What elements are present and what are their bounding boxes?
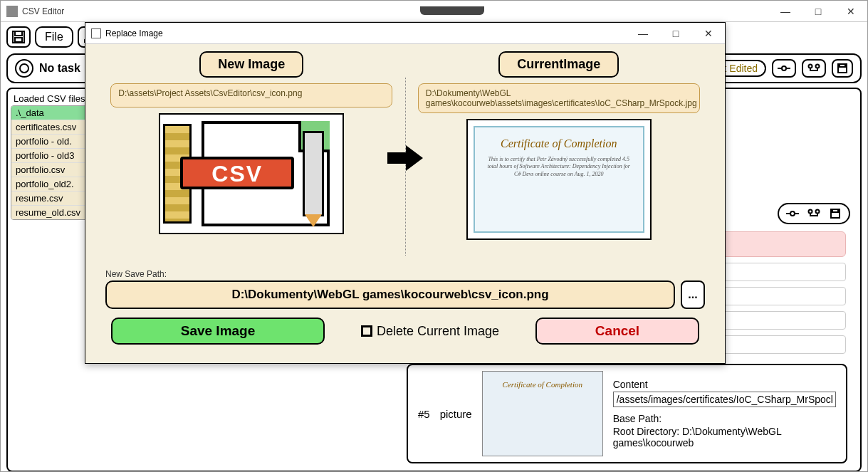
svg-point-13: [809, 210, 812, 214]
certificate-image: Certificate of Completion This is to cer…: [474, 126, 644, 233]
row-detail-panel: #5 picture Content Base Path: Root Direc…: [407, 364, 847, 463]
close-button[interactable]: ✕: [835, 1, 867, 22]
svg-point-3: [782, 66, 786, 70]
dialog-body: New Image D:\assets\Project Assets\CsvEd…: [85, 44, 725, 363]
image-thumbnail[interactable]: [482, 371, 603, 456]
current-image-button[interactable]: CurrentImage: [498, 51, 619, 78]
svg-rect-2: [15, 38, 22, 42]
new-image-column: New Image D:\assets\Project Assets\CsvEd…: [98, 51, 405, 265]
dialog-title: Replace Image: [105, 28, 163, 38]
row-index: #5: [418, 408, 430, 420]
new-image-preview: CSV: [159, 113, 344, 234]
svg-rect-1: [15, 31, 22, 36]
dialog-minimize-button[interactable]: —: [627, 23, 659, 44]
root-directory-text: Root Directory: D:\Dokumenty\WebGL games…: [613, 426, 836, 449]
maximize-button[interactable]: □: [802, 1, 835, 22]
arrow-right-icon: [387, 144, 423, 172]
branch-icon: [807, 63, 820, 73]
branch-icon-small[interactable]: [806, 207, 822, 220]
csv-tag-text: CSV: [180, 157, 294, 189]
current-image-column: CurrentImage D:\Dokumenty\WebGL games\ko…: [406, 51, 713, 265]
dialog-titlebar: Replace Image — □ ✕: [85, 23, 725, 44]
checkbox-icon: [361, 325, 372, 337]
svg-point-10: [790, 211, 795, 216]
new-save-path-field[interactable]: D:\Dokumenty\WebGL games\kocourweb\csv_i…: [105, 280, 675, 309]
cert-body-text: This is to certify that Petr Závodný suc…: [486, 156, 632, 178]
svg-rect-9: [840, 64, 845, 67]
dialog-icon: [91, 28, 101, 38]
save-small-button[interactable]: [832, 59, 853, 78]
save-small-icon: [837, 63, 847, 73]
app-icon: [6, 6, 18, 17]
new-image-button[interactable]: New Image: [199, 51, 303, 78]
window-title: CSV Editor: [22, 6, 64, 16]
detail-fields: Content Base Path: Root Directory: D:\Do…: [613, 377, 836, 450]
main-titlebar: CSV Editor — □ ✕: [1, 1, 867, 22]
camera-notch: [420, 6, 484, 15]
save-icon: [12, 31, 25, 43]
app-window: CSV Editor — □ ✕ File No task Not Edited…: [0, 0, 868, 472]
delete-current-checkbox[interactable]: Delete Current Image: [338, 324, 523, 339]
replace-image-dialog: Replace Image — □ ✕ New Image D:\assets\…: [85, 22, 726, 364]
csv-file-icon: CSV: [166, 117, 337, 231]
pull-icon-button[interactable]: [802, 59, 826, 78]
delete-current-label: Delete Current Image: [377, 324, 499, 339]
browse-button[interactable]: ...: [681, 280, 705, 309]
svg-rect-16: [832, 209, 838, 212]
dialog-maximize-button[interactable]: □: [659, 23, 692, 44]
svg-point-14: [816, 210, 820, 214]
save-icon-small[interactable]: [827, 207, 843, 220]
current-image-preview: Certificate of Completion This is to cer…: [466, 119, 652, 240]
content-input[interactable]: [613, 392, 836, 407]
content-label: Content: [613, 379, 836, 390]
new-save-path-label: New Save Path:: [105, 269, 711, 279]
file-menu-label: File: [45, 31, 63, 43]
current-image-path: D:\Dokumenty\WebGL games\kocourweb\asset…: [418, 83, 700, 113]
commit-icon-button[interactable]: [772, 59, 796, 78]
new-image-path: D:\assets\Project Assets\CsvEditor\csv_i…: [110, 83, 392, 107]
minimize-button[interactable]: —: [769, 1, 802, 22]
gear-icon[interactable]: [15, 59, 33, 78]
dialog-close-button[interactable]: ✕: [692, 23, 725, 44]
row-action-pill: [778, 203, 850, 224]
save-icon-button[interactable]: [6, 26, 31, 48]
commit-icon-small[interactable]: [785, 207, 800, 220]
cert-title-text: Certificate of Completion: [475, 137, 643, 150]
save-image-button[interactable]: Save Image: [111, 318, 325, 345]
task-status-text: No task: [39, 62, 80, 75]
commit-icon: [778, 63, 790, 73]
svg-point-6: [809, 65, 812, 68]
svg-point-7: [816, 65, 820, 68]
base-path-label: Base Path:: [613, 413, 836, 424]
cancel-button[interactable]: Cancel: [535, 318, 699, 345]
file-menu-button[interactable]: File: [35, 26, 73, 48]
row-type: picture: [440, 408, 472, 420]
